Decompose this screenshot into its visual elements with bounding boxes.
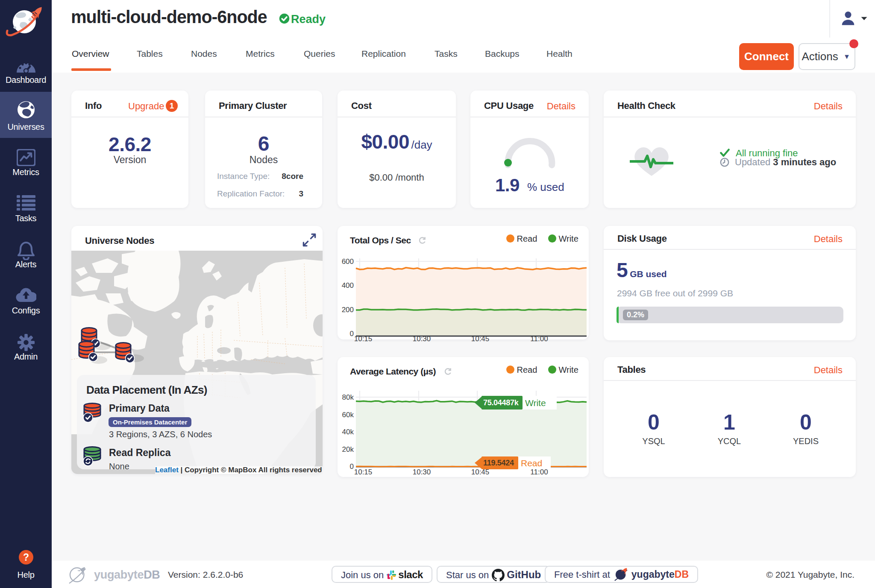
svg-text:Write: Write [525,398,546,408]
svg-text:10:45: 10:45 [471,335,490,341]
svg-text:% used: % used [527,181,564,193]
svg-text:10:30: 10:30 [413,468,431,476]
svg-text:400: 400 [342,281,354,290]
svg-text:10:30: 10:30 [413,335,431,341]
svg-text:?: ? [23,552,29,563]
svg-text:80k: 80k [342,393,354,401]
svg-text:75.04487k: 75.04487k [483,398,519,407]
svg-text:40k: 40k [342,428,354,436]
svg-text:600: 600 [342,257,354,266]
svg-text:60k: 60k [342,411,354,419]
svg-text:119.5424: 119.5424 [483,459,514,467]
svg-text:10:15: 10:15 [354,468,373,476]
svg-text:Read: Read [521,458,542,468]
svg-text:20k: 20k [342,445,354,453]
svg-text:200: 200 [342,306,354,314]
svg-text:1.9: 1.9 [495,175,520,195]
svg-text:0: 0 [350,462,354,471]
svg-text:0: 0 [350,330,354,338]
svg-text:11:00: 11:00 [530,335,548,341]
svg-text:10:15: 10:15 [354,335,373,341]
